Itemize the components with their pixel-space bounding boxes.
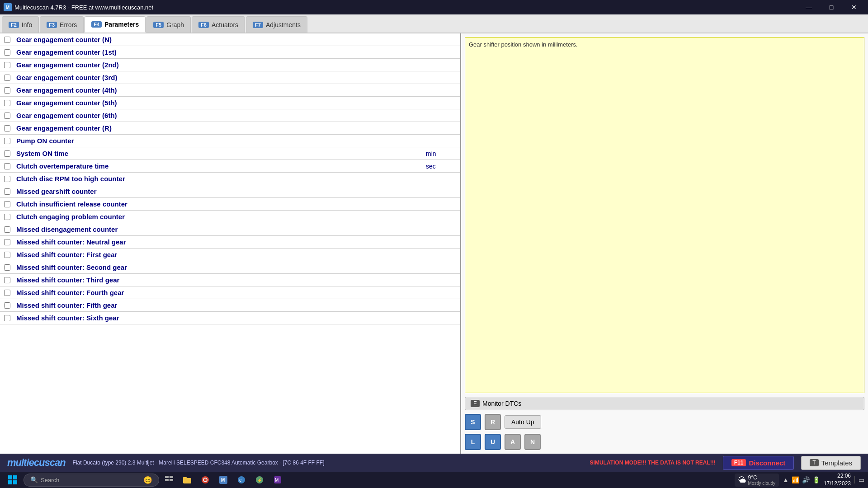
param-checkbox-12[interactable] — [0, 188, 14, 195]
param-checkbox-18[interactable] — [0, 264, 14, 271]
param-row[interactable]: Gear engagement counter (5th) — [0, 97, 460, 109]
checkbox-input-14[interactable] — [4, 214, 10, 220]
param-checkbox-3[interactable] — [0, 75, 14, 81]
param-checkbox-17[interactable] — [0, 252, 14, 258]
param-checkbox-16[interactable] — [0, 239, 14, 245]
param-checkbox-13[interactable] — [0, 201, 14, 207]
gear-key-r[interactable]: R — [485, 414, 501, 430]
param-checkbox-5[interactable] — [0, 100, 14, 106]
network-icon[interactable]: 📶 — [792, 476, 799, 483]
tab-parameters[interactable]: F4Parameters — [85, 16, 146, 33]
param-row[interactable]: Clutch insufficient release counter — [0, 198, 460, 211]
param-row[interactable]: Clutch engaging problem counter — [0, 211, 460, 223]
gear-letter-key-n[interactable]: N — [524, 434, 541, 450]
param-row[interactable]: Missed shift counter: Third gear — [0, 274, 460, 286]
param-checkbox-1[interactable] — [0, 49, 14, 56]
param-row[interactable]: Missed disengagement counter — [0, 223, 460, 236]
param-row[interactable]: Missed shift counter: Neutral gear — [0, 236, 460, 249]
checkbox-input-6[interactable] — [4, 113, 10, 119]
start-button[interactable] — [4, 473, 22, 487]
param-row[interactable]: Missed shift counter: First gear — [0, 249, 460, 261]
param-row[interactable]: Gear engagement counter (6th) — [0, 109, 460, 122]
param-checkbox-19[interactable] — [0, 277, 14, 283]
checkbox-input-12[interactable] — [4, 188, 10, 195]
extra-icon2[interactable]: ⚡ — [252, 473, 267, 487]
param-checkbox-21[interactable] — [0, 302, 14, 309]
checkbox-input-13[interactable] — [4, 201, 10, 207]
param-row[interactable]: Gear engagement counter (2nd) — [0, 59, 460, 71]
browser-icon[interactable] — [198, 473, 212, 487]
param-row[interactable]: Gear engagement counter (R) — [0, 122, 460, 135]
disconnect-button[interactable]: F11 Disconnect — [723, 456, 794, 470]
param-checkbox-14[interactable] — [0, 214, 14, 220]
tab-actuators[interactable]: F6Actuators — [192, 16, 245, 33]
param-row[interactable]: Missed gearshift counter — [0, 185, 460, 198]
checkbox-input-18[interactable] — [4, 264, 10, 271]
taskbar-search[interactable]: 🔍 Search 😊 — [24, 474, 159, 487]
minimize-button[interactable]: — — [798, 0, 819, 14]
param-checkbox-8[interactable] — [0, 138, 14, 144]
param-row[interactable]: System ON time min — [0, 147, 460, 160]
param-checkbox-22[interactable] — [0, 315, 14, 321]
checkbox-input-19[interactable] — [4, 277, 10, 283]
checkbox-input-4[interactable] — [4, 87, 10, 94]
show-desktop[interactable]: ▭ — [854, 476, 864, 483]
param-checkbox-20[interactable] — [0, 290, 14, 296]
maximize-button[interactable]: □ — [821, 0, 842, 14]
parameters-panel[interactable]: Gear engagement counter (N) Gear engagem… — [0, 33, 461, 454]
param-row[interactable]: Missed shift counter: Fifth gear — [0, 299, 460, 312]
param-row[interactable]: Missed shift counter: Second gear — [0, 261, 460, 274]
monitor-dtcs-button[interactable]: E Monitor DTCs — [465, 397, 864, 410]
tab-adjustments[interactable]: F7Adjustments — [246, 16, 307, 33]
checkbox-input-21[interactable] — [4, 302, 10, 309]
param-checkbox-7[interactable] — [0, 125, 14, 131]
param-row[interactable]: Gear engagement counter (N) — [0, 33, 460, 46]
param-row[interactable]: Clutch overtemperature time sec — [0, 160, 460, 173]
templates-button[interactable]: T Templates — [801, 456, 861, 470]
close-button[interactable]: ✕ — [844, 0, 864, 14]
tab-graph[interactable]: F5Graph — [146, 16, 191, 33]
tray-arrow[interactable]: ▲ — [783, 476, 789, 483]
task-view-icon[interactable] — [162, 473, 176, 487]
checkbox-input-3[interactable] — [4, 75, 10, 81]
param-row[interactable]: Missed shift counter: Fourth gear — [0, 286, 460, 299]
volume-icon[interactable]: 🔊 — [802, 476, 810, 483]
param-checkbox-6[interactable] — [0, 113, 14, 119]
param-row[interactable]: Missed shift counter: Sixth gear — [0, 312, 460, 324]
gear-letter-key-u[interactable]: U — [485, 434, 501, 450]
file-explorer-icon[interactable] — [180, 473, 194, 487]
checkbox-input-22[interactable] — [4, 315, 10, 321]
checkbox-input-8[interactable] — [4, 138, 10, 144]
gear-key-s[interactable]: S — [465, 414, 481, 430]
extra-icon3[interactable]: M — [270, 473, 285, 487]
checkbox-input-5[interactable] — [4, 100, 10, 106]
extra-icon1[interactable]: e — [234, 473, 249, 487]
checkbox-input-2[interactable] — [4, 62, 10, 68]
checkbox-input-10[interactable] — [4, 163, 10, 169]
param-checkbox-11[interactable] — [0, 176, 14, 182]
param-checkbox-15[interactable] — [0, 226, 14, 233]
taskbar-clock[interactable]: 22:06 17/12/2023 — [824, 472, 851, 488]
param-row[interactable]: Gear engagement counter (4th) — [0, 84, 460, 97]
param-row[interactable]: Pump ON counter — [0, 135, 460, 147]
checkbox-input-7[interactable] — [4, 125, 10, 131]
checkbox-input-20[interactable] — [4, 290, 10, 296]
app-taskbar-icon[interactable]: M — [216, 473, 231, 487]
checkbox-input-17[interactable] — [4, 252, 10, 258]
param-row[interactable]: Gear engagement counter (3rd) — [0, 71, 460, 84]
param-checkbox-10[interactable] — [0, 163, 14, 169]
checkbox-input-1[interactable] — [4, 49, 10, 56]
checkbox-input-11[interactable] — [4, 176, 10, 182]
battery-icon[interactable]: 🔋 — [812, 476, 820, 483]
param-checkbox-0[interactable] — [0, 37, 14, 43]
checkbox-input-15[interactable] — [4, 226, 10, 233]
tab-errors[interactable]: F3Errors — [40, 16, 84, 33]
param-checkbox-2[interactable] — [0, 62, 14, 68]
gear-letter-key-l[interactable]: L — [465, 434, 481, 450]
gear-letter-key-a[interactable]: A — [505, 434, 521, 450]
param-checkbox-4[interactable] — [0, 87, 14, 94]
param-row[interactable]: Clutch disc RPM too high counter — [0, 173, 460, 185]
tab-info[interactable]: F2Info — [2, 16, 39, 33]
auto-up-button[interactable]: Auto Up — [505, 415, 541, 429]
checkbox-input-0[interactable] — [4, 37, 10, 43]
